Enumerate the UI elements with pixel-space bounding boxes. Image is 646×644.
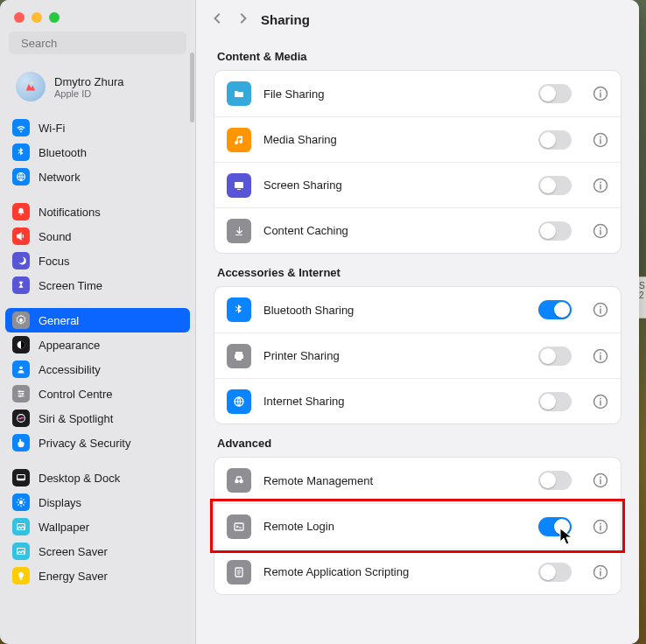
setting-label: File Sharing [263, 88, 526, 101]
setting-row-bluetoothsharing[interactable]: Bluetooth Sharing [214, 287, 621, 332]
sidebar-item-general[interactable]: General [5, 308, 190, 332]
accessibility-icon [12, 360, 30, 378]
svg-point-2 [31, 81, 33, 84]
setting-row-contentcaching[interactable]: Content Caching [214, 207, 621, 253]
screensharing-toggle[interactable] [538, 176, 572, 195]
sidebar-item-label: General [39, 314, 79, 327]
system-settings-window: Dmytro Zhura Apple ID Wi-FiBluetoothNetw… [0, 0, 639, 644]
svg-point-32 [600, 568, 601, 570]
displays-icon [12, 494, 30, 511]
remoteappscripting-icon [227, 560, 251, 584]
setting-row-remotemanagement[interactable]: Remote Management [214, 458, 621, 503]
setting-row-filesharing[interactable]: File Sharing [214, 71, 621, 116]
minimize-window-button[interactable] [32, 12, 42, 23]
sidebar-item-network[interactable]: Network [5, 164, 190, 189]
setting-row-screensharing[interactable]: Screen Sharing [214, 162, 621, 207]
info-button[interactable] [593, 223, 608, 239]
search-field[interactable] [9, 32, 186, 54]
sidebar-item-label: Wallpaper [39, 521, 89, 534]
info-button[interactable] [593, 472, 608, 488]
sidebar-item-notifications[interactable]: Notifications [5, 200, 190, 224]
close-window-button[interactable] [14, 12, 25, 23]
notifications-icon [12, 203, 30, 220]
sidebar-item-label: Network [39, 171, 81, 184]
bluetoothsharing-toggle[interactable] [538, 300, 572, 319]
info-button[interactable] [593, 132, 608, 148]
setting-row-remoteappscripting[interactable]: Remote Application Scripting [214, 549, 621, 594]
setting-label: Printer Sharing [263, 349, 526, 362]
remotelogin-toggle[interactable] [538, 517, 572, 536]
sidebar-item-appearance[interactable]: Appearance [5, 332, 190, 357]
sidebar-item-privacy[interactable]: Privacy & Security [5, 430, 190, 455]
setting-label: Media Sharing [263, 133, 526, 146]
sidebar-item-sound[interactable]: Sound [5, 224, 190, 248]
sidebar-item-focus[interactable]: Focus [5, 248, 190, 273]
screensaver-icon [12, 542, 30, 560]
sidebar-item-label: Displays [39, 496, 81, 509]
printersharing-toggle[interactable] [538, 346, 572, 366]
setting-label: Internet Sharing [263, 395, 526, 408]
setting-label: Bluetooth Sharing [263, 304, 526, 317]
sidebar-item-desktopdock[interactable]: Desktop & Dock [5, 466, 190, 490]
remotelogin-icon [227, 514, 251, 539]
info-button[interactable] [593, 302, 608, 318]
sidebar-item-accessibility[interactable]: Accessibility [5, 357, 190, 382]
controlcentre-icon [12, 385, 30, 402]
privacy-icon [12, 434, 30, 452]
setting-row-remotelogin[interactable]: Remote Login [214, 503, 621, 549]
info-button[interactable] [593, 394, 608, 410]
remoteappscripting-toggle[interactable] [538, 563, 572, 582]
sidebar-item-label: Appearance [39, 339, 100, 352]
sidebar-scrollbar-thumb[interactable] [190, 52, 194, 122]
avatar [16, 72, 46, 102]
sidebar-item-label: Desktop & Dock [39, 472, 120, 485]
sidebar-item-label: Siri & Spotlight [39, 412, 113, 425]
settings-card: Bluetooth SharingPrinter SharingInternet… [214, 286, 621, 424]
info-button[interactable] [593, 178, 608, 193]
printersharing-icon [227, 344, 251, 368]
setting-row-internetsharing[interactable]: Internet Sharing [214, 378, 621, 424]
internetsharing-toggle[interactable] [538, 392, 572, 411]
sidebar-item-controlcentre[interactable]: Control Centre [5, 382, 190, 406]
remotemanagement-toggle[interactable] [538, 471, 572, 490]
sidebar-item-screensaver[interactable]: Screen Saver [5, 539, 190, 564]
sidebar-item-label: Notifications [39, 206, 101, 219]
sidebar-item-energysaver[interactable]: Energy Saver [5, 564, 190, 588]
svg-point-5 [600, 90, 601, 92]
appearance-icon [12, 336, 30, 354]
internetsharing-icon [227, 389, 251, 414]
back-button[interactable] [212, 12, 224, 27]
setting-row-printersharing[interactable]: Printer Sharing [214, 332, 621, 378]
sidebar-list[interactable]: Wi-FiBluetoothNetworkNotificationsSoundF… [0, 110, 195, 644]
sidebar-item-siri[interactable]: Siri & Spotlight [5, 406, 190, 430]
sidebar-item-bluetooth[interactable]: Bluetooth [5, 140, 190, 164]
sidebar-item-wallpaper[interactable]: Wallpaper [5, 514, 190, 539]
apple-id-account[interactable]: Dmytro Zhura Apple ID [5, 65, 190, 108]
sidebar-item-label: Privacy & Security [39, 437, 130, 450]
sidebar-item-label: Control Centre [39, 388, 113, 401]
account-subtitle: Apple ID [54, 88, 123, 99]
maximize-window-button[interactable] [49, 12, 60, 23]
sidebar-item-label: Focus [39, 255, 69, 268]
info-button[interactable] [593, 564, 608, 580]
sidebar-item-displays[interactable]: Displays [5, 490, 190, 514]
sidebar-item-screentime[interactable]: Screen Time [5, 273, 190, 298]
settings-card: Remote ManagementRemote LoginRemote Appl… [214, 457, 621, 595]
sidebar-item-wifi[interactable]: Wi-Fi [5, 116, 190, 140]
filesharing-toggle[interactable] [538, 84, 572, 103]
setting-label: Remote Login [263, 520, 526, 533]
setting-row-mediasharing[interactable]: Media Sharing [214, 116, 621, 162]
bluetoothsharing-icon [227, 298, 251, 322]
network-icon [12, 168, 30, 186]
info-button[interactable] [593, 519, 608, 535]
forward-button[interactable] [236, 12, 249, 27]
header: Sharing [196, 0, 639, 32]
info-button[interactable] [593, 86, 608, 102]
info-button[interactable] [593, 348, 608, 364]
search-input[interactable] [21, 37, 179, 50]
mediasharing-toggle[interactable] [538, 130, 572, 150]
focus-icon [12, 252, 30, 270]
contentcaching-toggle[interactable] [538, 221, 572, 241]
page-title: Sharing [261, 12, 310, 27]
sidebar-item-label: Wi-Fi [39, 122, 65, 135]
